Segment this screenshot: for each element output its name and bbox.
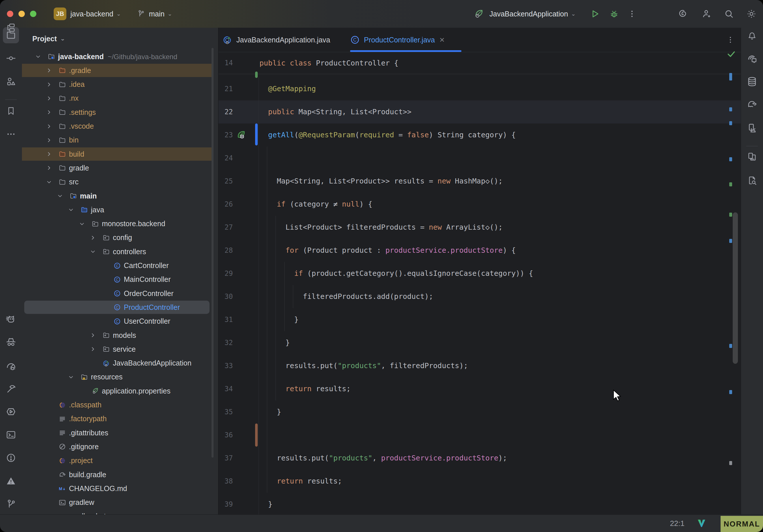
- chevron-right-icon[interactable]: [46, 137, 53, 144]
- sticky-line[interactable]: 14public class ProductController {: [218, 52, 741, 74]
- code-line-39[interactable]: 39 }: [218, 493, 741, 515]
- tree-item--gitignore[interactable]: .gitignore: [22, 440, 218, 454]
- chevron-down-icon[interactable]: [35, 53, 42, 60]
- tool-button-database[interactable]: [744, 73, 760, 90]
- vcs-change-bar[interactable]: [255, 424, 258, 447]
- caret-position[interactable]: 22:1: [670, 515, 685, 532]
- tree-item-src[interactable]: src: [22, 175, 218, 189]
- project-widget[interactable]: JB java-backend ⌄: [54, 0, 121, 28]
- code-line-22[interactable]: 22 public Map<String, List<Product>>: [218, 100, 741, 124]
- code-line-35[interactable]: 35 }: [218, 400, 741, 424]
- tree-item-monostore-backend[interactable]: monostore.backend: [22, 217, 218, 231]
- tree-item-gradlew-bat[interactable]: gradlew.bat: [22, 509, 218, 515]
- tree-item--settings[interactable]: .settings: [22, 105, 218, 119]
- tree-item-resources[interactable]: resources: [22, 370, 218, 384]
- zoom-window-button[interactable]: [30, 11, 36, 17]
- ideavim-icon[interactable]: [697, 518, 707, 528]
- chevron-right-icon[interactable]: [89, 332, 96, 339]
- tree-item-application-properties[interactable]: application.properties: [22, 384, 218, 398]
- tree-item--vscode[interactable]: .vscode: [22, 119, 218, 133]
- code-line-37[interactable]: 37 results.put("products", productServic…: [218, 447, 741, 470]
- vcs-branch-widget[interactable]: main ⌄: [135, 0, 172, 28]
- tree-item--idea[interactable]: .idea: [22, 78, 218, 91]
- chevron-right-icon[interactable]: [46, 67, 53, 74]
- code-line-30[interactable]: 30 filteredProducts.add(product);: [218, 285, 741, 308]
- code-line-29[interactable]: 29 if (product.getCategory().equalsIgnor…: [218, 262, 741, 285]
- chevron-right-icon[interactable]: [46, 95, 53, 102]
- error-stripe-mark[interactable]: [729, 182, 732, 186]
- chevron-right-icon[interactable]: [46, 151, 53, 158]
- tree-item--gitattributes[interactable]: .gitattributes: [22, 426, 218, 440]
- tool-button-hierarchy[interactable]: [3, 20, 19, 36]
- tree-item-maincontroller[interactable]: CMainController: [22, 272, 218, 286]
- error-stripe-mark[interactable]: [729, 344, 732, 348]
- tree-item--project[interactable]: .project: [22, 454, 218, 468]
- tree-item-config[interactable]: config: [22, 231, 218, 245]
- tool-button-warnings[interactable]: [3, 473, 19, 489]
- tree-item-gradlew[interactable]: gradlew: [22, 496, 218, 509]
- tool-button-profiler[interactable]: [3, 358, 19, 374]
- tree-item-cartcontroller[interactable]: CCartController: [22, 259, 218, 272]
- tree-item-main[interactable]: main: [22, 189, 218, 203]
- tree-item-javabackendapplication[interactable]: JavaBackendApplication: [22, 356, 218, 370]
- chevron-right-icon[interactable]: [89, 346, 96, 353]
- code-line-32[interactable]: 32 }: [218, 331, 741, 354]
- tab-javabackendapplication-java[interactable]: JavaBackendApplication.java: [223, 28, 344, 52]
- chevron-down-icon[interactable]: [78, 220, 85, 227]
- tool-button-bookmarks[interactable]: [3, 103, 19, 119]
- tree-item-java[interactable]: java: [22, 203, 218, 217]
- error-stripe-mark[interactable]: [729, 73, 732, 80]
- tree-item--nx[interactable]: .nx: [22, 91, 218, 105]
- editor-scrollbar[interactable]: [733, 212, 738, 364]
- run-config-widget[interactable]: JavaBackendApplication ⌄: [473, 0, 576, 28]
- tool-button-terminal[interactable]: [3, 427, 19, 443]
- code-line-23[interactable]: 23 getAll(@RequestParam(required = false…: [218, 124, 741, 147]
- code-line-36[interactable]: 36: [218, 424, 741, 447]
- tree-item-controllers[interactable]: controllers: [22, 245, 218, 259]
- tool-button-git[interactable]: [3, 496, 19, 512]
- tool-button-notifications[interactable]: [744, 27, 760, 44]
- tree-item-ordercontroller[interactable]: COrderController: [22, 286, 218, 300]
- code-line-24[interactable]: 24: [218, 147, 741, 170]
- error-stripe-mark[interactable]: [729, 107, 732, 111]
- code-viewport[interactable]: 21 @GetMapping22 public Map<String, List…: [218, 77, 741, 515]
- add-user-button[interactable]: [700, 8, 713, 20]
- chevron-right-icon[interactable]: [46, 109, 53, 116]
- code-line-31[interactable]: 31 }: [218, 308, 741, 331]
- debug-button[interactable]: [608, 8, 620, 20]
- tab-options-button[interactable]: [724, 34, 737, 46]
- tool-button-build[interactable]: [3, 381, 19, 397]
- tool-button-documentation[interactable]: [744, 149, 760, 165]
- tree-item--classpath[interactable]: .classpath: [22, 398, 218, 412]
- tree-item-models[interactable]: models: [22, 328, 218, 342]
- tool-button-device-manager[interactable]: [744, 120, 760, 136]
- chevron-right-icon[interactable]: [46, 164, 53, 171]
- ai-assistant-icon[interactable]: [676, 8, 689, 20]
- tree-item-usercontroller[interactable]: CUserController: [22, 314, 218, 328]
- chevron-down-icon[interactable]: [56, 192, 63, 199]
- tool-button-more-tools[interactable]: [3, 126, 19, 142]
- tab-productcontroller-java[interactable]: CProductController.java×: [350, 28, 462, 52]
- error-stripe-mark[interactable]: [729, 213, 732, 217]
- vim-mode-badge[interactable]: NORMAL: [720, 516, 763, 532]
- tree-item-service[interactable]: service: [22, 342, 218, 356]
- vcs-change-bar[interactable]: [255, 124, 258, 146]
- endpoint-gutter-icon[interactable]: [236, 130, 246, 140]
- settings-button[interactable]: [745, 8, 758, 20]
- tree-item-changelog-md[interactable]: MCHANGELOG.md: [22, 481, 218, 495]
- code-line-34[interactable]: 34 return results;: [218, 377, 741, 400]
- chevron-down-icon[interactable]: [46, 178, 53, 185]
- tree-item-java-backend[interactable]: java-backend~/Github/java-backend: [22, 50, 218, 63]
- tool-button-copilot[interactable]: [3, 312, 19, 328]
- tool-button-gradle[interactable]: [744, 96, 760, 112]
- tool-button-device-explorer[interactable]: [744, 172, 760, 189]
- inspection-ok-icon[interactable]: [726, 49, 736, 59]
- more-options-button[interactable]: [626, 8, 638, 20]
- tool-button-services[interactable]: [3, 404, 19, 420]
- search-button[interactable]: [722, 8, 735, 20]
- close-icon[interactable]: ×: [440, 35, 445, 45]
- tool-button-structure[interactable]: [3, 73, 19, 90]
- run-button[interactable]: [589, 8, 601, 20]
- chevron-right-icon[interactable]: [89, 234, 96, 241]
- tree-item--factorypath[interactable]: .factorypath: [22, 412, 218, 426]
